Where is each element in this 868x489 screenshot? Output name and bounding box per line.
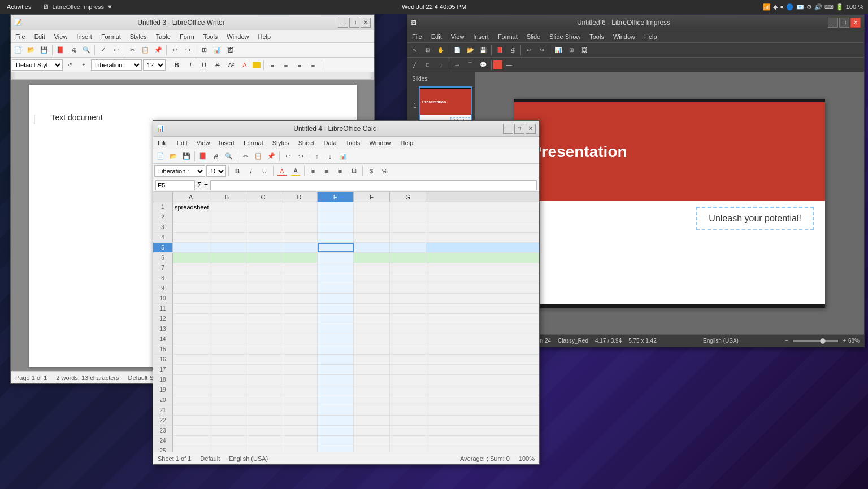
calc-cell-B14[interactable] [209, 334, 245, 344]
writer-menu-table[interactable]: Table [151, 30, 175, 42]
calc-col-A[interactable]: A [173, 192, 209, 202]
calc-cell-G15[interactable] [390, 344, 426, 354]
calc-cell-D20[interactable] [281, 395, 318, 405]
font-color-button[interactable]: A [238, 59, 251, 71]
calc-cell-F7[interactable] [354, 263, 390, 273]
calc-cell-C22[interactable] [245, 416, 281, 425]
calc-cell-E23[interactable] [318, 426, 354, 435]
calc-cell-D15[interactable] [281, 344, 318, 354]
impress-zoom-in[interactable]: + [843, 338, 846, 344]
calc-col-D[interactable]: D [281, 192, 318, 202]
calc-cell-D16[interactable] [281, 355, 318, 364]
slide-thumbnail-1[interactable]: Presentation Unleash... [419, 86, 472, 125]
impress-export-pdf[interactable]: 📕 [493, 44, 506, 56]
calc-col-F[interactable]: F [354, 192, 390, 202]
calc-cell-F5[interactable] [354, 243, 390, 252]
calc-cell-G17[interactable] [390, 365, 426, 374]
calc-cell-F13[interactable] [354, 324, 390, 334]
calc-cell-D24[interactable] [281, 436, 318, 446]
calc-cell-F9[interactable] [354, 283, 390, 293]
calc-cell-A4[interactable] [173, 233, 209, 242]
calc-merge-button[interactable]: ⊞ [348, 165, 360, 177]
calc-menu-styles[interactable]: Styles [268, 137, 294, 149]
autocorrect-button[interactable]: ↩ [110, 44, 122, 56]
calc-cell-B3[interactable] [209, 222, 245, 232]
impress-menu-edit[interactable]: Edit [427, 30, 446, 42]
impress-menu-file[interactable]: File [407, 30, 427, 42]
impress-draw-rect[interactable]: □ [422, 59, 434, 71]
calc-cell-C5[interactable] [245, 243, 281, 252]
calc-cell-C23[interactable] [245, 426, 281, 435]
calc-menu-window[interactable]: Window [364, 137, 396, 149]
calc-cell-B23[interactable] [209, 426, 245, 435]
calc-cell-C12[interactable] [245, 314, 281, 324]
calc-cell-F15[interactable] [354, 344, 390, 354]
calc-cell-G16[interactable] [390, 355, 426, 364]
calc-formula-input[interactable] [210, 180, 537, 190]
calc-cell-D6[interactable] [281, 253, 318, 263]
calc-col-C[interactable]: C [245, 192, 281, 202]
calc-cell-A6[interactable] [173, 253, 209, 263]
calc-menu-view[interactable]: View [192, 137, 215, 149]
calc-menu-file[interactable]: File [153, 137, 172, 149]
calc-cell-B20[interactable] [209, 395, 245, 405]
calc-cell-D19[interactable] [281, 385, 318, 395]
impress-close-button[interactable]: ✕ [850, 18, 861, 28]
calc-menu-tools[interactable]: Tools [341, 137, 365, 149]
calc-cell-E25[interactable] [318, 446, 354, 452]
calc-cell-F21[interactable] [354, 405, 390, 415]
calc-menu-data[interactable]: Data [319, 137, 341, 149]
align-left-button[interactable]: ≡ [266, 59, 279, 71]
calc-cell-D21[interactable] [281, 405, 318, 415]
impress-maximize-button[interactable]: □ [839, 18, 849, 28]
calc-find-button[interactable]: 🔍 [223, 150, 235, 163]
calc-cell-F24[interactable] [354, 436, 390, 446]
calc-cell-G1[interactable] [390, 202, 426, 212]
calc-cell-A7[interactable] [173, 263, 209, 273]
calc-cell-G12[interactable] [390, 314, 426, 324]
calc-cell-C14[interactable] [245, 334, 281, 344]
impress-redo[interactable]: ↪ [536, 44, 548, 56]
calc-cell-A9[interactable] [173, 283, 209, 293]
calc-font-color-button[interactable]: A [276, 165, 288, 177]
calc-cell-E3[interactable] [318, 222, 354, 232]
calc-col-E[interactable]: E [318, 192, 354, 202]
calc-cell-E19[interactable] [318, 385, 354, 395]
font-size-dropdown[interactable]: 12 [143, 59, 166, 71]
calc-cell-F6[interactable] [354, 253, 390, 263]
paste-button[interactable]: 📌 [152, 44, 164, 56]
align-center-button[interactable]: ≡ [280, 59, 292, 71]
style-update-button[interactable]: ↺ [64, 59, 76, 71]
calc-cell-C13[interactable] [245, 324, 281, 334]
calc-close-button[interactable]: ✕ [526, 124, 536, 134]
calc-cell-F22[interactable] [354, 416, 390, 425]
calc-cell-B7[interactable] [209, 263, 245, 273]
calc-menu-help[interactable]: Help [396, 137, 418, 149]
calc-align-right-button[interactable]: ≡ [334, 165, 346, 177]
calc-cell-C1[interactable] [245, 202, 281, 212]
impress-draw-line[interactable]: ╱ [409, 59, 421, 71]
calc-print-button[interactable]: 🖨 [210, 150, 222, 163]
calc-percent-button[interactable]: % [379, 165, 391, 177]
impress-zoom-tool[interactable]: ⊞ [422, 44, 434, 56]
impress-save[interactable]: 💾 [477, 44, 489, 56]
calc-currency-button[interactable]: $ [365, 165, 377, 177]
calc-open-button[interactable]: 📂 [167, 150, 180, 163]
writer-menu-styles[interactable]: Styles [125, 30, 151, 42]
calc-cell-A5[interactable] [173, 243, 209, 252]
calc-col-B[interactable]: B [209, 192, 245, 202]
calc-cell-B24[interactable] [209, 436, 245, 446]
calc-menu-insert[interactable]: Insert [214, 137, 239, 149]
calc-cell-F11[interactable] [354, 304, 390, 313]
calc-cell-A22[interactable] [173, 416, 209, 425]
copy-button[interactable]: 📋 [139, 44, 151, 56]
calc-cell-D22[interactable] [281, 416, 318, 425]
insert-table-button[interactable]: ⊞ [198, 44, 210, 56]
calc-cell-A16[interactable] [173, 355, 209, 364]
calc-cell-G3[interactable] [390, 222, 426, 232]
calc-cell-B10[interactable] [209, 294, 245, 303]
calc-cell-B4[interactable] [209, 233, 245, 242]
calc-cell-G24[interactable] [390, 436, 426, 446]
impress-undo[interactable]: ↩ [523, 44, 535, 56]
calc-cell-A15[interactable] [173, 344, 209, 354]
